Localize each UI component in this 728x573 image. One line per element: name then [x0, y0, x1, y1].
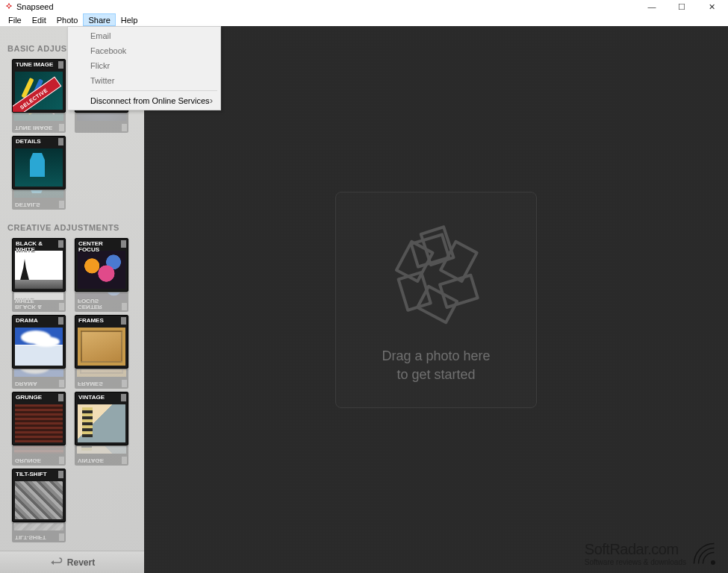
tile-label: BLACK & WHITE — [16, 241, 57, 254]
tile-handle-icon — [59, 457, 64, 464]
tile-card: CENTER FOCUS — [75, 238, 128, 292]
tile-thumb — [14, 369, 63, 377]
tile-handle-icon — [58, 394, 63, 401]
tile-label: TUNE IMAGE — [15, 125, 58, 131]
tile-thumb — [78, 404, 125, 442]
tile-card: TILT-SHIFT — [12, 469, 66, 522]
tile-thumb — [15, 481, 63, 519]
svg-rect-2 — [440, 275, 478, 307]
tile-reflection — [75, 113, 128, 133]
revert-label: Revert — [67, 557, 95, 568]
close-button[interactable]: ✕ — [697, 0, 727, 13]
menu-edit[interactable]: Edit — [27, 13, 52, 26]
tile-drama[interactable]: DRAMADRAMA — [12, 315, 66, 389]
tile-thumb — [14, 446, 63, 454]
watermark-subtitle: Software reviews & downloads — [585, 558, 686, 566]
tile-card: TUNE IMAGESELECTIVE — [12, 59, 66, 113]
drop-text: Drag a photo here to get started — [382, 347, 490, 383]
share-menu-flickr[interactable]: Flickr — [69, 58, 219, 73]
watermark: SoftRadar.com Software reviews & downloa… — [585, 540, 718, 567]
svg-rect-0 — [421, 227, 454, 265]
tile-details[interactable]: DETAILSDETAILS — [12, 136, 66, 210]
tile-black-white[interactable]: BLACK & WHITEBLACK & WHITE — [12, 238, 66, 312]
tile-handle-icon — [58, 317, 63, 325]
tile-vintage[interactable]: VINTAGEVINTAGE — [75, 392, 128, 466]
tile-handle-icon — [59, 124, 64, 131]
tile-reflection: GRUNGE — [12, 446, 66, 466]
watermark-title: SoftRadar.com — [585, 541, 686, 558]
tile-thumb — [15, 148, 63, 187]
tile-label: BLACK & WHITE — [15, 297, 58, 310]
tile-label: CENTER FOCUS — [78, 241, 120, 254]
tile-thumb — [77, 369, 126, 377]
tile-handle-icon — [121, 394, 126, 401]
tile-center-focus[interactable]: CENTER FOCUSCENTER FOCUS — [75, 238, 128, 312]
radar-icon — [691, 540, 718, 567]
tile-card: DRAMA — [12, 315, 66, 369]
revert-icon — [49, 557, 63, 568]
tile-row: GRUNGEGRUNGEVINTAGEVINTAGE — [0, 392, 144, 469]
tile-handle-icon — [59, 303, 64, 310]
share-menu-facebook[interactable]: Facebook — [69, 43, 219, 58]
tile-row: DRAMADRAMAFRAMESFRAMES — [0, 315, 144, 392]
tile-handle-icon — [58, 471, 63, 478]
tile-tune-image[interactable]: TUNE IMAGESELECTIVETUNE IMAGESELECTIVE — [12, 59, 66, 133]
tile-thumb — [78, 328, 125, 366]
menu-share[interactable]: Share — [83, 13, 115, 26]
tile-frames[interactable]: FRAMESFRAMES — [75, 315, 128, 389]
tile-label: VINTAGE — [78, 457, 121, 463]
share-dropdown: EmailFacebookFlickrTwitterDisconnect fro… — [67, 26, 221, 110]
tile-thumb — [14, 523, 63, 530]
window-controls: — ☐ ✕ — [637, 0, 727, 13]
tile-card: TILT-SHIFT — [12, 523, 66, 542]
tile-label: GRUNGE — [16, 395, 57, 401]
dropzone[interactable]: Drag a photo here to get started — [335, 192, 537, 408]
tile-label: FRAMES — [78, 318, 120, 324]
menubar: FileEditPhotoShareHelp — [0, 13, 728, 26]
tile-card: GRUNGE — [12, 392, 66, 445]
tile-reflection: BLACK & WHITE — [12, 292, 66, 312]
tile-card — [75, 113, 128, 133]
tile-thumb — [15, 328, 63, 366]
tile-label: TILT-SHIFT — [15, 534, 58, 540]
tile-tilt-shift[interactable]: TILT-SHIFTTILT-SHIFT — [12, 469, 66, 542]
app-title: Snapseed — [16, 2, 54, 11]
tile-reflection: VINTAGE — [75, 446, 128, 466]
maximize-button[interactable]: ☐ — [667, 0, 697, 13]
tile-label: GRUNGE — [15, 457, 58, 463]
tile-grunge[interactable]: GRUNGEGRUNGE — [12, 392, 66, 466]
tile-card: DRAMA — [12, 369, 66, 389]
menu-file[interactable]: File — [3, 13, 27, 26]
tile-thumb — [77, 113, 126, 121]
share-menu-disconnect[interactable]: Disconnect from Online Services — [69, 93, 219, 108]
tile-label: VINTAGE — [78, 395, 120, 401]
minimize-button[interactable]: — — [637, 0, 667, 13]
tile-row: TILT-SHIFTTILT-SHIFT — [0, 469, 144, 545]
tile-handle-icon — [122, 380, 127, 387]
tile-label: DETAILS — [16, 139, 57, 145]
pinwheel-icon — [376, 216, 496, 328]
menu-photo[interactable]: Photo — [52, 13, 84, 26]
drop-text-line1: Drag a photo here — [382, 347, 490, 365]
tile-handle-icon — [59, 380, 64, 387]
tile-reflection: FRAMES — [75, 369, 128, 389]
tile-card: FRAMES — [75, 315, 128, 369]
tile-thumb — [15, 251, 63, 289]
canvas-area[interactable]: Drag a photo here to get started SoftRad… — [144, 26, 728, 573]
tile-label: DRAMA — [15, 381, 58, 386]
menu-help[interactable]: Help — [116, 13, 143, 26]
tile-reflection: DETAILS — [12, 190, 66, 210]
tile-handle-icon — [121, 240, 126, 248]
share-menu-email[interactable]: Email — [69, 28, 219, 43]
revert-button[interactable]: Revert — [0, 551, 144, 573]
tile-row: DETAILSDETAILS — [0, 136, 144, 213]
tile-thumb — [78, 251, 125, 289]
titlebar: Snapseed — ☐ ✕ — [0, 0, 728, 13]
tile-label: TILT-SHIFT — [16, 472, 57, 478]
tile-label: TUNE IMAGE — [16, 62, 57, 68]
tile-handle-icon — [121, 317, 126, 325]
share-menu-twitter[interactable]: Twitter — [69, 73, 219, 88]
tile-handle-icon — [58, 138, 63, 145]
tile-label: CENTER FOCUS — [78, 297, 121, 310]
tile-thumb — [15, 404, 63, 442]
